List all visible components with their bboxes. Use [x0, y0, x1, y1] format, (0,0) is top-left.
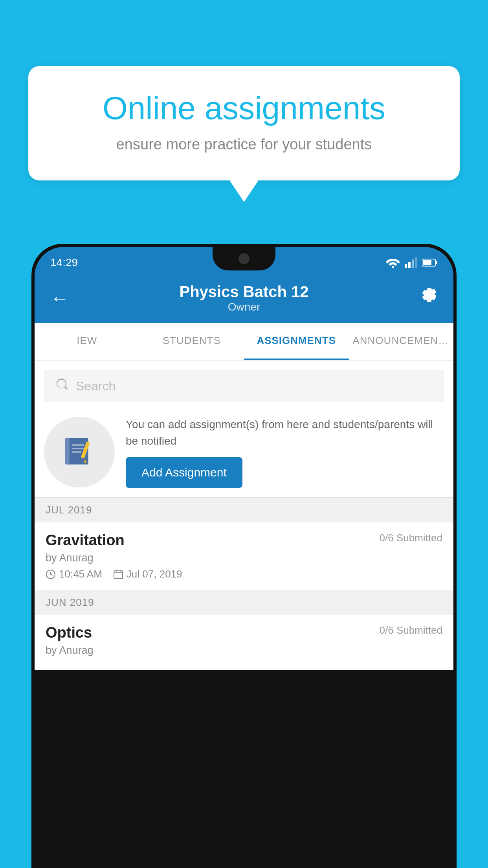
tab-announcements[interactable]: ANNOUNCEMENTS [349, 323, 454, 360]
settings-button[interactable] [419, 287, 438, 310]
bubble-title: Online assignments [60, 90, 428, 127]
search-placeholder: Search [76, 379, 116, 394]
calendar-icon [113, 569, 123, 579]
battery-icon [422, 258, 438, 267]
assignment-desc: You can add assignment(s) from here and … [126, 416, 444, 449]
section-header-jul: JUL 2019 [35, 498, 453, 522]
svg-rect-7 [423, 260, 431, 265]
speech-bubble-container: Online assignments ensure more practice … [28, 66, 460, 180]
header-title: Physics Batch 12 [179, 283, 308, 301]
assignment-time-gravitation: 10:45 AM [46, 568, 102, 580]
svg-rect-2 [408, 262, 411, 268]
signal-icon [405, 257, 417, 268]
section-label-jun: JUN 2019 [46, 596, 94, 608]
assignment-date-gravitation: Jul 07, 2019 [113, 568, 182, 580]
svg-rect-10 [72, 444, 84, 446]
notch [213, 247, 275, 270]
svg-rect-6 [435, 261, 437, 264]
assignment-icon-circle [44, 417, 115, 487]
tab-iew[interactable]: IEW [35, 323, 139, 360]
svg-rect-4 [415, 257, 417, 268]
phone-inner: 14:29 [35, 247, 453, 868]
tabs-bar: IEW STUDENTS ASSIGNMENTS ANNOUNCEMENTS [35, 323, 453, 360]
search-container: Search [35, 360, 453, 408]
assignment-author-gravitation: by Anurag [46, 552, 442, 564]
assignment-row-top-optics: Optics 0/6 Submitted [46, 624, 442, 641]
assignment-submitted-gravitation: 0/6 Submitted [380, 532, 442, 544]
status-time: 14:29 [50, 256, 78, 269]
camera-dot [238, 253, 250, 264]
back-button[interactable]: ← [50, 287, 69, 309]
svg-rect-3 [412, 259, 414, 268]
section-jul-2019: JUL 2019 Gravitation 0/6 Submitted by An… [35, 498, 453, 590]
wifi-icon [386, 257, 400, 268]
add-assignment-section: You can add assignment(s) from here and … [35, 408, 453, 498]
search-bar[interactable]: Search [44, 370, 444, 402]
screen-content: Search [35, 360, 453, 670]
assignment-author-optics: by Anurag [46, 644, 442, 657]
clock-icon [46, 569, 56, 579]
add-assignment-button[interactable]: Add Assignment [126, 457, 242, 488]
assignment-name-optics: Optics [46, 624, 92, 641]
section-header-jun: JUN 2019 [35, 590, 453, 615]
svg-rect-12 [72, 451, 81, 453]
notebook-icon [62, 434, 97, 470]
assignment-item-optics[interactable]: Optics 0/6 Submitted by Anurag [35, 615, 453, 670]
gear-icon [419, 287, 438, 306]
bubble-subtitle: ensure more practice for your students [60, 136, 428, 153]
speech-bubble: Online assignments ensure more practice … [28, 66, 460, 180]
tab-students[interactable]: STUDENTS [139, 323, 244, 360]
background: Online assignments ensure more practice … [0, 0, 488, 868]
status-icons [386, 257, 438, 268]
assignment-row-top: Gravitation 0/6 Submitted [46, 532, 442, 549]
assignment-name-gravitation: Gravitation [46, 532, 125, 549]
section-jun-2019: JUN 2019 Optics 0/6 Submitted by Anurag [35, 590, 453, 670]
header-subtitle: Owner [179, 301, 308, 313]
section-label-jul: JUL 2019 [46, 504, 92, 516]
svg-rect-1 [405, 264, 407, 268]
svg-rect-9 [65, 438, 70, 465]
phone-frame: 14:29 [31, 244, 457, 868]
assignment-item-gravitation[interactable]: Gravitation 0/6 Submitted by Anurag 10:4… [35, 522, 453, 590]
svg-rect-11 [72, 448, 84, 449]
svg-rect-16 [114, 571, 123, 579]
app-header: ← Physics Batch 12 Owner [35, 275, 453, 323]
tab-assignments[interactable]: ASSIGNMENTS [244, 323, 349, 360]
search-icon [55, 377, 70, 395]
header-title-group: Physics Batch 12 Owner [179, 283, 308, 313]
assignment-info: You can add assignment(s) from here and … [126, 416, 444, 488]
svg-point-0 [392, 266, 394, 268]
assignment-submitted-optics: 0/6 Submitted [380, 624, 442, 636]
assignment-meta-gravitation: 10:45 AM Jul 07, 2019 [46, 568, 442, 580]
